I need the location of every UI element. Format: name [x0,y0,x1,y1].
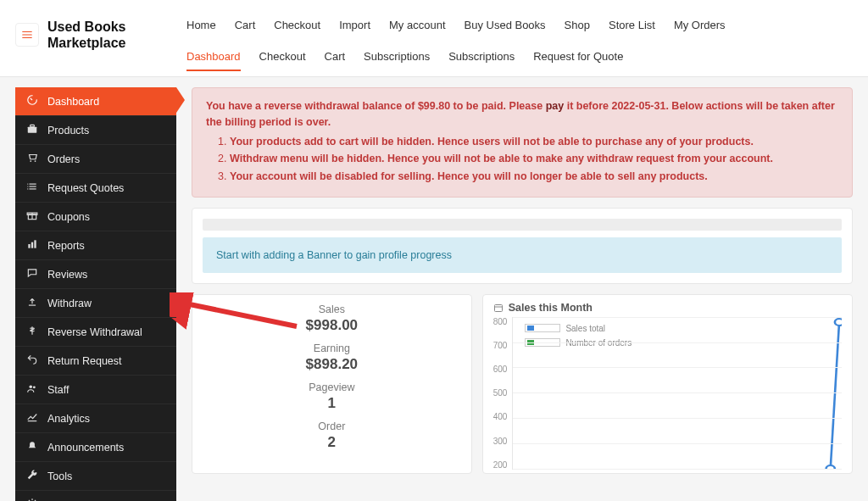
sidebar-item-announcements[interactable]: Announcements [15,433,176,462]
sidebar-item-coupons[interactable]: Coupons [15,203,176,231]
y-tick: 800 [493,317,508,326]
y-tick: 500 [493,388,508,398]
chat-icon [25,267,39,281]
stats-card: Sales $998.00 Earning $898.20 Pageview 1… [192,294,472,474]
sidebar-item-label: Analytics [47,413,90,425]
sub-nav-subscriptions[interactable]: Subscriptions [448,43,515,71]
sidebar-item-label: Request Quotes [47,182,124,194]
svg-rect-15 [31,242,33,248]
sidebar-item-support[interactable]: Support [15,491,176,501]
sidebar-item-label: Reports [47,240,85,252]
chart-title-row: Sales this Month [493,302,842,314]
reverse-withdrawal-alert: You have a reverse withdrawal balance of… [192,87,853,198]
y-tick: 400 [493,412,508,421]
pay-link[interactable]: pay [546,100,565,112]
svg-point-8 [27,184,28,185]
chart-icon [25,238,39,253]
svg-rect-2 [31,125,35,126]
profile-progress-bar [203,219,842,231]
sidebar-item-label: Reverse Withdrawal [47,326,142,338]
alert-text: to be paid. Please [450,100,546,112]
alert-amount: $99.80 [418,100,450,112]
sidebar-item-label: Return Request [47,355,122,367]
sub-nav-checkout[interactable]: Checkout [259,43,306,71]
dollar-icon [25,325,39,339]
sidebar-item-staff[interactable]: Staff [15,376,176,404]
menu-toggle[interactable] [15,23,39,47]
sub-nav-request-for-quote[interactable]: Request for Quote [533,43,623,71]
sidebar-item-label: Withdraw [47,298,92,309]
cart-icon [25,152,39,166]
top-nav-checkout[interactable]: Checkout [274,12,320,38]
svg-point-9 [27,186,28,186]
sub-nav-subscriptions[interactable]: Subscriptions [364,43,430,71]
sidebar-item-reviews[interactable]: Reviews [15,260,176,289]
top-nav-my-orders[interactable]: My Orders [674,12,726,38]
sidebar-item-return-request[interactable]: Return Request [15,347,176,376]
svg-point-3 [30,160,31,162]
sidebar-item-reports[interactable]: Reports [15,231,176,260]
pageview-value: 1 [203,395,461,412]
line-chart-icon [25,411,39,426]
undo-icon [25,353,39,368]
svg-rect-16 [34,240,36,248]
sidebar-item-products[interactable]: Products [15,116,176,145]
sidebar-item-label: Orders [47,153,80,165]
hamburger-icon [21,29,33,41]
gear-icon [25,498,39,501]
upload-icon [25,296,39,310]
alert-text: it before [564,100,611,112]
sidebar-item-orders[interactable]: Orders [15,145,176,174]
top-nav-cart[interactable]: Cart [235,12,256,38]
sidebar-item-tools[interactable]: Tools [15,462,176,491]
y-tick: 600 [493,365,508,374]
dashboard-icon [25,94,39,109]
top-nav-buy-used-books[interactable]: Buy Used Books [465,12,546,38]
sidebar-item-dashboard[interactable]: Dashboard [15,87,176,116]
sidebar-item-request-quotes[interactable]: Request Quotes [15,174,176,203]
svg-point-10 [27,188,28,189]
earning-label: Earning [203,342,461,354]
briefcase-icon [25,123,39,137]
svg-rect-22 [494,304,502,311]
y-tick: 700 [493,341,508,350]
alert-item: Your products add to cart will be hidden… [230,134,838,150]
svg-point-18 [30,386,33,389]
wrench-icon [25,469,39,483]
svg-point-4 [35,160,36,162]
sidebar-item-label: Coupons [47,211,90,223]
bell-icon [25,440,39,454]
sales-chart-card: Sales this Month 800700600500400300200 S… [482,294,853,474]
order-value: 2 [203,434,461,451]
sidebar-item-label: Staff [47,384,69,396]
top-nav-store-list[interactable]: Store List [609,12,655,38]
svg-rect-1 [28,127,37,133]
top-nav-my-account[interactable]: My account [389,12,445,38]
svg-rect-14 [28,244,30,248]
profile-progress-card: Start with adding a Banner to gain profi… [192,208,853,284]
svg-point-19 [33,386,36,388]
top-nav-home[interactable]: Home [186,12,216,38]
order-label: Order [203,420,461,432]
sub-nav-cart[interactable]: Cart [325,43,346,71]
calendar-icon [493,303,504,313]
sales-value: $998.00 [203,317,461,334]
sub-nav-dashboard[interactable]: Dashboard [186,43,241,71]
sidebar: DashboardProductsOrdersRequest QuotesCou… [15,87,176,501]
sidebar-item-reverse-withdrawal[interactable]: Reverse Withdrawal [15,318,176,347]
sidebar-item-label: Dashboard [47,96,99,108]
chart-title: Sales this Month [509,302,593,314]
sidebar-item-label: Products [47,125,89,136]
y-tick: 300 [493,437,508,446]
gift-icon [25,209,39,224]
top-nav-import[interactable]: Import [339,12,370,38]
alert-deadline: 2022-05-31 [611,100,665,112]
list-icon [25,181,39,195]
brand-title: Used Books Marketplace [47,19,149,51]
top-nav-shop[interactable]: Shop [565,12,590,38]
alert-item: Withdraw menu will be hidden. Hence you … [230,151,838,167]
sidebar-item-withdraw[interactable]: Withdraw [15,289,176,318]
pageview-label: Pageview [203,381,461,393]
y-tick: 200 [493,460,508,470]
sidebar-item-analytics[interactable]: Analytics [15,404,176,433]
